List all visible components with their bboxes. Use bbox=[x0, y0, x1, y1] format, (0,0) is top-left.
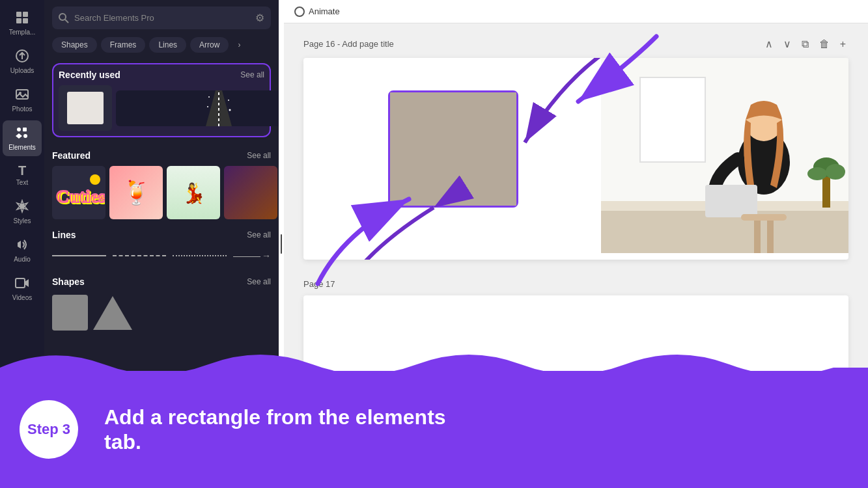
step-number: Step 3 bbox=[27, 421, 70, 438]
line-arrow-head: → bbox=[262, 251, 271, 261]
featured-see-all[interactable]: See all bbox=[247, 151, 271, 160]
svg-point-18 bbox=[207, 106, 208, 107]
shape-rect-item[interactable] bbox=[52, 295, 88, 331]
uploads-icon bbox=[15, 49, 29, 65]
featured-item-drink[interactable]: 🍹 bbox=[109, 166, 163, 219]
shapes-title: Shapes bbox=[52, 277, 85, 287]
canvas-page-16[interactable] bbox=[303, 58, 848, 260]
svg-point-35 bbox=[807, 167, 827, 180]
search-icon bbox=[59, 13, 69, 23]
road-preview bbox=[203, 90, 235, 126]
featured-thumbs: Cuties 🍹 💃 › bbox=[52, 166, 271, 219]
filter-tabs: Shapes Frames Lines Arrow › bbox=[44, 34, 279, 58]
svg-line-13 bbox=[65, 20, 68, 23]
tab-shapes[interactable]: Shapes bbox=[52, 37, 97, 53]
tab-frames[interactable]: Frames bbox=[101, 37, 146, 53]
canvas-topbar: Animate bbox=[284, 0, 868, 23]
line-dashed[interactable] bbox=[113, 255, 167, 256]
instruction-line1: Add a rectangle from the elements bbox=[104, 405, 446, 429]
search-input[interactable] bbox=[74, 13, 250, 23]
sidebar-item-videos[interactable]: Videos bbox=[3, 271, 42, 306]
lines-preview-row: ——— → bbox=[52, 245, 271, 266]
shape-triangle-item[interactable] bbox=[93, 296, 132, 330]
bottom-overlay: Step 3 Add a rectangle from the elements… bbox=[0, 371, 868, 488]
lines-section: Lines See all ——— → bbox=[44, 224, 279, 271]
styles-label: Styles bbox=[13, 217, 31, 224]
sidebar-item-elements[interactable]: Elements bbox=[3, 120, 42, 156]
svg-rect-11 bbox=[16, 278, 25, 288]
svg-rect-8 bbox=[23, 128, 27, 131]
line-arrow[interactable]: ——— → bbox=[233, 251, 271, 261]
svg-point-7 bbox=[17, 128, 21, 131]
recently-used-title: Recently used bbox=[59, 70, 120, 80]
sidebar-item-templates[interactable]: Templa... bbox=[3, 5, 42, 41]
page-17-title[interactable]: Page 17 bbox=[303, 279, 335, 289]
step-badge: Step 3 bbox=[20, 400, 78, 459]
tab-more[interactable]: › bbox=[232, 37, 245, 53]
sidebar-item-uploads[interactable]: Uploads bbox=[3, 44, 42, 79]
office-scene-svg bbox=[601, 58, 848, 253]
page-16-controls: ∧ ∨ ⧉ 🗑 + bbox=[763, 36, 848, 51]
featured-item-cuties[interactable]: Cuties bbox=[52, 166, 105, 219]
recently-used-item-rect[interactable] bbox=[59, 85, 112, 131]
cuties-preview: Cuties bbox=[52, 166, 105, 219]
sidebar-item-text[interactable]: T Text bbox=[3, 159, 42, 191]
page-duplicate[interactable]: ⧉ bbox=[799, 37, 811, 51]
sidebar-item-styles[interactable]: Styles bbox=[3, 194, 42, 230]
svg-point-9 bbox=[23, 134, 27, 138]
audio-icon bbox=[15, 237, 29, 254]
wave-svg bbox=[0, 345, 868, 390]
svg-point-36 bbox=[826, 164, 845, 180]
svg-point-12 bbox=[59, 14, 66, 20]
videos-label: Videos bbox=[12, 294, 32, 301]
page-16-title[interactable]: Page 16 - Add page title bbox=[303, 39, 394, 49]
photos-icon bbox=[15, 87, 29, 103]
sidebar-item-audio[interactable]: Audio bbox=[3, 232, 42, 268]
animate-icon bbox=[294, 7, 305, 17]
featured-item-dancer[interactable]: 💃 bbox=[167, 166, 220, 219]
photos-label: Photos bbox=[12, 105, 32, 113]
recently-used-see-all[interactable]: See all bbox=[240, 70, 264, 79]
recently-used-section: Recently used See all bbox=[44, 58, 279, 145]
line-solid[interactable] bbox=[52, 255, 106, 256]
tab-arrows[interactable]: Arrow bbox=[190, 37, 229, 53]
svg-rect-32 bbox=[705, 185, 757, 217]
page-17-label: Page 17 bbox=[303, 279, 848, 289]
filter-icon[interactable]: ⚙ bbox=[255, 12, 264, 24]
shapes-see-all[interactable]: See all bbox=[247, 277, 271, 286]
text-icon: T bbox=[18, 164, 26, 177]
shapes-header: Shapes See all bbox=[52, 277, 271, 287]
templates-icon bbox=[15, 10, 29, 27]
page-delete[interactable]: 🗑 bbox=[817, 37, 832, 51]
svg-rect-37 bbox=[741, 214, 787, 221]
recently-used-thumbs: Canva ✦ ✦ ✦ › bbox=[59, 85, 264, 131]
svg-rect-39 bbox=[767, 221, 774, 253]
svg-rect-2 bbox=[16, 18, 21, 23]
wave-container bbox=[0, 345, 868, 390]
svg-point-25 bbox=[90, 174, 100, 185]
svg-rect-38 bbox=[754, 221, 761, 253]
recently-used-item-road[interactable] bbox=[116, 90, 279, 126]
rectangle-fill bbox=[390, 92, 516, 206]
shapes-preview-row bbox=[52, 292, 271, 333]
animate-button[interactable]: Animate bbox=[294, 7, 340, 17]
templates-label: Templa... bbox=[9, 29, 36, 36]
page-move-down[interactable]: ∨ bbox=[781, 36, 794, 51]
sidebar-item-photos[interactable]: Photos bbox=[3, 82, 42, 118]
featured-section: Featured See all Cuties 🍹 bbox=[44, 145, 279, 224]
featured-item-gradient[interactable] bbox=[224, 166, 277, 219]
elements-label: Elements bbox=[8, 144, 36, 151]
canvas-rectangle-element[interactable] bbox=[388, 90, 518, 208]
page-add[interactable]: + bbox=[837, 37, 848, 51]
line-dotted[interactable] bbox=[173, 255, 227, 256]
uploads-label: Uploads bbox=[10, 67, 35, 74]
animate-label: Animate bbox=[309, 7, 340, 16]
text-label: Text bbox=[16, 179, 28, 186]
lines-see-all[interactable]: See all bbox=[247, 230, 271, 239]
tab-lines[interactable]: Lines bbox=[149, 37, 186, 53]
svg-point-19 bbox=[229, 109, 231, 111]
lines-header: Lines See all bbox=[52, 230, 271, 240]
elements-icon bbox=[15, 126, 29, 142]
rect-preview bbox=[67, 92, 104, 124]
page-move-up[interactable]: ∧ bbox=[763, 36, 776, 51]
